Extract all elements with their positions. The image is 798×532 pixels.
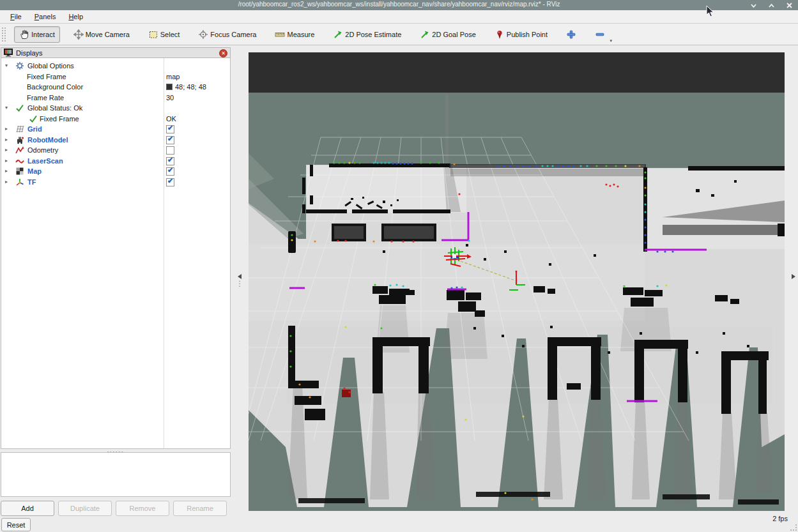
display-row-odometry[interactable]: ▸Odometry <box>1 145 230 156</box>
move-icon <box>73 29 84 40</box>
row-value[interactable]: map <box>166 73 180 80</box>
expander-closed-icon[interactable]: ▸ <box>5 158 8 163</box>
add-button[interactable]: Add <box>1 501 54 516</box>
plus-icon <box>566 29 576 40</box>
mouse-cursor-icon <box>706 5 715 18</box>
pin-icon <box>495 29 505 40</box>
row-value[interactable]: ✔ <box>166 167 174 176</box>
minimize-icon[interactable] <box>749 1 757 9</box>
row-label: Global Options <box>27 62 74 70</box>
grid-icon <box>15 125 24 133</box>
displays-tree: ▾Global OptionsFixed FramemapBackground … <box>1 58 231 449</box>
tool-label: 2D Goal Pose <box>432 31 475 38</box>
window-controls <box>749 1 793 9</box>
tool-measure[interactable]: Measure <box>270 26 319 43</box>
tool-minus-icon[interactable]: ▾ <box>590 26 610 43</box>
render-viewport[interactable] <box>249 52 785 511</box>
checkmark-icon: ✔ <box>167 156 173 164</box>
tool-move-camera[interactable]: Move Camera <box>68 26 135 43</box>
green-arrow-icon <box>333 29 343 40</box>
display-row-map[interactable]: ▸Map✔ <box>1 166 230 177</box>
expander-open-icon[interactable]: ▾ <box>5 63 8 68</box>
tool-2d-pose-estimate[interactable]: 2D Pose Estimate <box>328 26 406 43</box>
tool-label: Publish Point <box>507 31 548 38</box>
expander-closed-icon[interactable]: ▸ <box>5 168 8 174</box>
enabled-checkbox[interactable]: ✔ <box>166 178 174 186</box>
collapse-right-dock[interactable] <box>790 273 797 290</box>
focus-icon <box>198 29 208 40</box>
robot-icon <box>15 135 24 144</box>
row-value[interactable]: ✔ <box>166 157 174 165</box>
enabled-checkbox[interactable]: ✔ <box>166 157 174 165</box>
rename-button[interactable]: Rename <box>173 501 227 516</box>
tool-plus-icon[interactable] <box>561 26 581 43</box>
menu-panels[interactable]: Panels <box>29 11 61 22</box>
tool-label: Interact <box>31 31 55 38</box>
duplicate-button[interactable]: Duplicate <box>58 501 112 516</box>
panel-close-icon[interactable]: ✕ <box>219 49 227 57</box>
display-row-fixed-frame[interactable]: Fixed FrameOK <box>1 114 230 125</box>
row-value[interactable]: ✔ <box>166 178 174 186</box>
enabled-checkbox[interactable] <box>166 146 174 155</box>
expander-closed-icon[interactable]: ▸ <box>5 126 8 132</box>
expander-closed-icon[interactable]: ▸ <box>5 179 8 185</box>
menu-file[interactable]: File <box>5 11 27 22</box>
row-value[interactable]: ✔ <box>166 125 174 133</box>
maximize-icon[interactable] <box>767 1 775 9</box>
measure-icon <box>275 29 285 40</box>
color-swatch <box>166 84 173 90</box>
close-icon[interactable] <box>785 1 793 9</box>
display-row-tf[interactable]: ▸TF✔ <box>1 177 230 188</box>
display-row-frame-rate[interactable]: Frame Rate30 <box>1 93 230 103</box>
rviz-window: /root/yahboomcar_ros2_ws/yahboomcar_ws/i… <box>0 0 798 532</box>
row-value[interactable] <box>166 146 174 155</box>
panel-title: Displays <box>16 49 43 57</box>
row-label: Background Color <box>27 83 83 91</box>
resize-grip[interactable] <box>790 524 797 531</box>
menu-help[interactable]: Help <box>63 11 88 22</box>
row-label: Fixed Frame <box>40 115 79 123</box>
display-row-fixed-frame[interactable]: Fixed Framemap <box>1 72 230 82</box>
enabled-checkbox[interactable]: ✔ <box>166 167 174 176</box>
tool-2d-goal-pose[interactable]: 2D Goal Pose <box>415 26 480 43</box>
checkmark-icon: ✔ <box>167 166 173 174</box>
row-value[interactable]: 48; 48; 48 <box>166 83 206 91</box>
display-row-grid[interactable]: ▸Grid✔ <box>1 124 230 135</box>
collapse-left-dock[interactable]: ••• <box>236 273 243 290</box>
tool-select[interactable]: Select <box>143 26 185 43</box>
toolbar: InteractMove CameraSelectFocus CameraMea… <box>0 24 798 45</box>
row-label: Map <box>27 167 42 175</box>
tool-label: Measure <box>287 31 314 38</box>
enabled-checkbox[interactable]: ✔ <box>166 125 174 133</box>
row-value[interactable]: 30 <box>166 94 174 102</box>
display-row-background-color[interactable]: Background Color48; 48; 48 <box>1 82 230 93</box>
row-label: Fixed Frame <box>27 73 66 80</box>
display-row-laserscan[interactable]: ▸LaserScan✔ <box>1 156 230 167</box>
row-value[interactable]: OK <box>166 115 176 123</box>
gear-icon <box>15 61 24 70</box>
expander-closed-icon[interactable]: ▸ <box>5 137 8 142</box>
display-row-global-status-ok[interactable]: ▾Global Status: Ok <box>1 103 230 114</box>
titlebar[interactable]: /root/yahboomcar_ros2_ws/yahboomcar_ws/i… <box>0 0 798 10</box>
reset-button[interactable]: Reset <box>1 518 31 531</box>
displays-panel-header[interactable]: Displays ✕ <box>1 47 231 58</box>
monitor-icon <box>4 49 13 57</box>
tool-focus-camera[interactable]: Focus Camera <box>193 26 261 43</box>
displays-buttons: AddDuplicateRemoveRename <box>1 501 231 516</box>
remove-button[interactable]: Remove <box>116 501 169 516</box>
odometry-icon <box>15 146 24 155</box>
display-row-global-options[interactable]: ▾Global Options <box>1 61 230 72</box>
tool-label: Move Camera <box>86 31 130 38</box>
hand-icon <box>19 29 29 40</box>
row-label: Grid <box>27 125 42 133</box>
expander-open-icon[interactable]: ▾ <box>5 105 8 110</box>
display-row-robotmodel[interactable]: ▸RobotModel✔ <box>1 135 230 146</box>
enabled-checkbox[interactable]: ✔ <box>166 136 174 144</box>
map-icon <box>15 167 24 176</box>
row-value[interactable]: ✔ <box>166 136 174 144</box>
tool-interact[interactable]: Interact <box>14 26 60 43</box>
expander-closed-icon[interactable]: ▸ <box>5 147 8 153</box>
dropdown-arrow-icon[interactable]: ▾ <box>610 38 613 43</box>
fps-counter: 2 fps <box>772 515 788 522</box>
tool-publish-point[interactable]: Publish Point <box>489 26 553 43</box>
